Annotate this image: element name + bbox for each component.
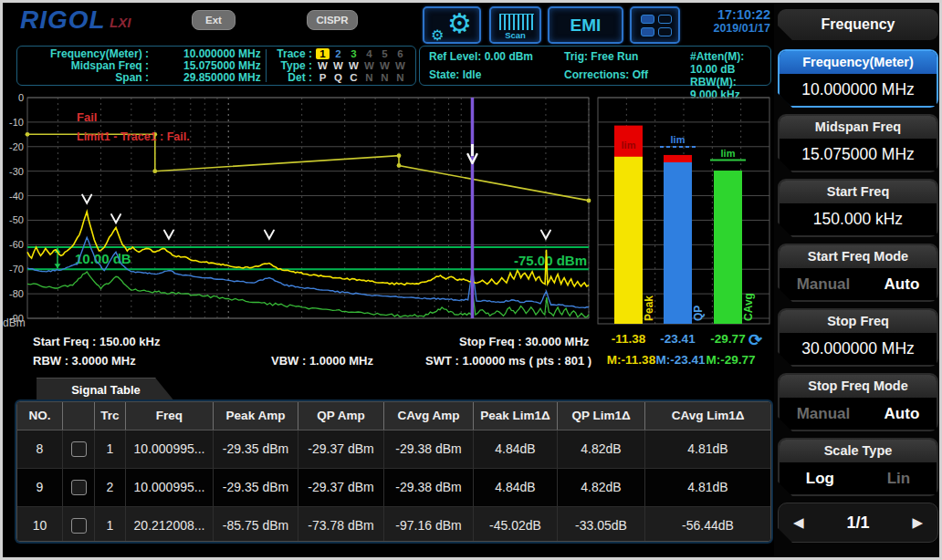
svg-text:-75.00 dBm: -75.00 dBm: [514, 253, 587, 268]
peak-marker: [164, 231, 173, 239]
ext-button[interactable]: Ext: [192, 10, 236, 30]
stop-freq-readout: Stop Freq : 30.000 MHz: [459, 335, 589, 348]
softkey-midspan-freq[interactable]: Midspan Freq15.075000 MHz: [778, 114, 938, 172]
svg-text:lim: lim: [721, 148, 736, 159]
qp-lim-cell: 4.82dB: [558, 469, 645, 506]
row-checkbox[interactable]: [71, 518, 87, 534]
option-log[interactable]: Log: [806, 470, 834, 488]
emi-mode-button[interactable]: EMI: [548, 6, 623, 44]
peak-lim-cell: 4.84dB: [474, 469, 558, 506]
date-display: 2019/01/17: [686, 22, 770, 35]
meter-bar: [664, 162, 692, 324]
type-indicator: W: [330, 60, 346, 71]
cispr-button[interactable]: CISPR: [307, 10, 358, 30]
column-header: CAvg Amp: [384, 402, 474, 430]
svg-text:Fail: Fail: [77, 110, 97, 124]
meter-value: -11.38: [612, 332, 646, 346]
grid-icon: [641, 15, 672, 36]
column-header: CAvg Lim1Δ: [645, 402, 770, 430]
system-settings-button[interactable]: ⚙ ⚙: [423, 6, 481, 44]
refresh-icon[interactable]: ⟳: [748, 330, 762, 350]
softkey-stop-freq-mode[interactable]: Stop Freq ModeManualAuto: [778, 373, 938, 431]
svg-text:-20: -20: [9, 141, 24, 152]
svg-text:-80: -80: [9, 288, 24, 299]
cavg-amp-cell: -97.16 dBm: [384, 507, 474, 542]
trace-indicator: 5: [377, 48, 392, 59]
peak-marker: [111, 214, 120, 223]
measurement-settings-panel: Frequency(Meter) :10.000000 MHzMidspan F…: [16, 46, 416, 86]
svg-text:dBm: dBm: [3, 316, 26, 329]
option-manual[interactable]: Manual: [797, 405, 851, 423]
row-checkbox[interactable]: [71, 480, 87, 495]
checkbox-cell: [63, 469, 95, 506]
svg-text:lim: lim: [622, 140, 636, 150]
softkey-scale-type[interactable]: Scale TypeLogLin: [778, 438, 938, 496]
trace-indicator: 4: [361, 48, 377, 59]
svg-text:-10: -10: [9, 117, 24, 128]
softkey-stop-freq[interactable]: Stop Freq30.000000 MHz: [778, 308, 938, 367]
ref-level-readout: Ref Level: 0.00 dBm: [429, 50, 564, 63]
softkey-label: Start Freq Mode: [780, 245, 937, 268]
trace-indicator: 2: [330, 48, 346, 59]
softkey-start-freq[interactable]: Start Freq150.000 kHz: [778, 179, 938, 237]
settings-label: Type :: [270, 60, 312, 71]
emi-label: EMI: [570, 16, 602, 35]
table-row[interactable]: 8110.000995...-29.35 dBm-29.37 dBm-29.38…: [17, 430, 770, 469]
table-row[interactable]: 10120.212008...-85.75 dBm-73.78 dBm-97.1…: [17, 507, 770, 542]
freq-cell: 10.000995...: [126, 430, 214, 468]
det-indicator: N: [361, 72, 377, 83]
vbw-readout: VBW : 1.0000 MHz: [271, 354, 373, 368]
meter-bar: [614, 157, 643, 324]
frequency-settings: Frequency(Meter) :10.000000 MHzMidspan F…: [23, 48, 262, 83]
det-indicator: Q: [330, 72, 346, 83]
meter-bar: [714, 171, 742, 324]
det-row: Det :PQCNNN: [270, 72, 410, 83]
type-indicator: W: [392, 60, 408, 71]
state-settings-panel: Ref Level: 0.00 dBm State: Idle Trig: Fr…: [419, 46, 771, 86]
freq-cell: 20.212008...: [126, 507, 214, 542]
det-indicator: C: [346, 72, 361, 83]
softkey-label: Start Freq: [780, 181, 937, 203]
cavg-amp-cell: -29.38 dBm: [384, 430, 474, 468]
trigger-readout: Trig: Free Run: [564, 50, 690, 63]
det-indicator: N: [392, 72, 408, 83]
softkey-label: Stop Freq Mode: [780, 375, 937, 398]
svg-text:lim: lim: [671, 134, 686, 145]
softkey-value: 10.000000 MHz: [780, 74, 937, 106]
signal-table-tab[interactable]: Signal Table: [37, 378, 175, 402]
trace-cell: 1: [95, 430, 126, 468]
softkey-start-freq-mode[interactable]: Start Freq ModeManualAuto: [778, 244, 938, 302]
settings-label: Frequency(Meter) :: [23, 48, 149, 59]
column-header: Peak Lim1Δ: [474, 402, 558, 430]
svg-text:0: 0: [18, 92, 24, 103]
column-header: Peak Amp: [214, 402, 298, 430]
settings-value: 15.075000 MHz: [183, 60, 261, 71]
row-checkbox[interactable]: [71, 441, 87, 457]
cavg-amp-cell: -29.38 dBm: [384, 469, 474, 506]
settings-label: Midspan Freq :: [23, 60, 149, 71]
menu-pager[interactable]: ◀ 1/1 ▶: [778, 503, 938, 543]
option-auto[interactable]: Auto: [884, 275, 920, 294]
meter-max-value: M:-11.38: [607, 353, 655, 367]
softkey-label: Midspan Freq: [780, 116, 937, 139]
page-next-icon[interactable]: ▶: [912, 514, 923, 531]
option-auto[interactable]: Auto: [884, 405, 920, 423]
row-number: 9: [17, 469, 63, 506]
scan-button[interactable]: Scan: [489, 6, 541, 44]
trace-cell: 1: [95, 507, 126, 542]
option-manual[interactable]: Manual: [797, 275, 851, 294]
table-row[interactable]: 9210.000995...-29.35 dBm-29.37 dBm-29.38…: [17, 469, 770, 507]
softkey-options: LogLin: [780, 462, 937, 494]
gear-small-icon: ⚙: [431, 26, 444, 44]
page-prev-icon[interactable]: ◀: [793, 514, 804, 531]
softkey-frequency-meter-[interactable]: Frequency(Meter)10.000000 MHz: [778, 49, 938, 108]
emi-analyzer-screen: RIGOL LXI Ext CISPR ⚙ ⚙ Scan EMI 17:10:2…: [0, 0, 942, 560]
scan-label: Scan: [491, 30, 539, 40]
corrections-readout: Corrections: Off: [564, 68, 690, 81]
layout-button[interactable]: [630, 6, 680, 44]
option-lin[interactable]: Lin: [887, 470, 911, 488]
softkey-value: 150.000 kHz: [780, 203, 937, 235]
trace-1: [27, 161, 589, 286]
signal-table: NO.TrcFreqPeak AmpQP AmpCAvg AmpPeak Lim…: [16, 401, 771, 542]
meter-max-value: M:-29.77: [706, 353, 755, 367]
